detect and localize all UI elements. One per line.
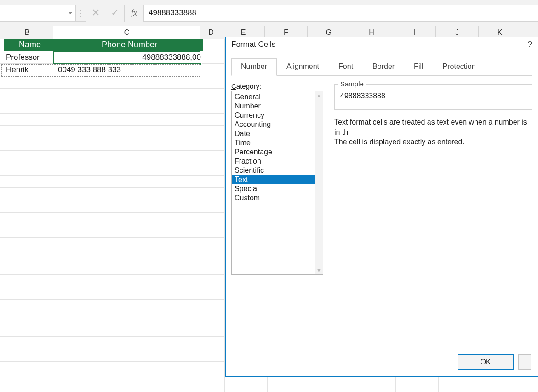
scroll-up-icon[interactable]: ▲: [316, 91, 322, 100]
list-item[interactable]: Custom: [232, 193, 315, 203]
cell-c2[interactable]: 49888333888,00: [56, 51, 203, 63]
dialog-buttons: OK: [458, 354, 531, 370]
tab-strip: Number Alignment Font Border Fill Protec…: [231, 58, 532, 76]
formula-value: 49888333888: [149, 8, 196, 17]
name-box[interactable]: [0, 5, 76, 22]
list-item[interactable]: Date: [232, 129, 315, 138]
category-listbox[interactable]: GeneralNumberCurrencyAccountingDateTimeP…: [231, 91, 323, 275]
cell-b3[interactable]: Henrik: [4, 64, 56, 76]
list-item[interactable]: General: [232, 92, 315, 102]
cell-c1[interactable]: Phone Number: [56, 39, 203, 51]
dialog-titlebar[interactable]: Format Cells ?: [226, 37, 538, 54]
cancel-icon[interactable]: ✕: [86, 5, 105, 22]
fx-icon[interactable]: fx: [125, 5, 144, 22]
tab-border[interactable]: Border: [363, 58, 404, 75]
ok-button[interactable]: OK: [458, 354, 514, 370]
dialog-title: Format Cells: [231, 40, 275, 54]
format-cells-dialog: Format Cells ? Number Alignment Font Bor…: [225, 37, 538, 377]
column-header-B[interactable]: B: [1, 26, 53, 39]
scroll-down-icon[interactable]: ▼: [316, 266, 322, 274]
help-icon[interactable]: ?: [528, 40, 532, 54]
list-item[interactable]: Special: [232, 184, 315, 193]
format-description: Text format cells are treated as text ev…: [334, 117, 532, 147]
list-item[interactable]: Fraction: [232, 157, 315, 166]
cancel-button-partial[interactable]: [518, 354, 531, 370]
formula-input[interactable]: 49888333888: [144, 5, 538, 22]
list-item[interactable]: Scientific: [232, 166, 315, 175]
list-item[interactable]: Number: [232, 102, 315, 111]
sheet-row-empty: [0, 386, 538, 392]
dialog-body: Category: GeneralNumberCurrencyAccountin…: [226, 76, 538, 275]
tab-font[interactable]: Font: [329, 58, 363, 75]
sample-label: Sample: [338, 80, 366, 88]
sample-value: 49888333888: [340, 92, 526, 100]
cell-c3[interactable]: 0049 333 888 333: [56, 64, 203, 76]
formula-bar: ⋮ ✕ ✓ fx 49888333888: [0, 0, 538, 26]
list-item[interactable]: Percentage: [232, 148, 315, 157]
cell-b2[interactable]: Professor: [4, 51, 56, 63]
column-header-C[interactable]: C: [53, 26, 200, 39]
cell-b1[interactable]: Name: [4, 39, 56, 51]
tab-protection[interactable]: Protection: [433, 58, 486, 75]
list-item[interactable]: Time: [232, 138, 315, 148]
caret-down-icon: [68, 12, 73, 14]
sample-box: Sample 49888333888: [334, 84, 532, 110]
tab-alignment[interactable]: Alignment: [277, 58, 329, 75]
list-item[interactable]: Accounting: [232, 120, 315, 129]
column-header-D[interactable]: D: [200, 26, 222, 39]
category-label: Category:: [231, 82, 323, 90]
tab-fill[interactable]: Fill: [404, 58, 433, 75]
tab-number[interactable]: Number: [231, 58, 277, 76]
scrollbar[interactable]: ▲ ▼: [315, 91, 323, 274]
accept-icon[interactable]: ✓: [105, 5, 125, 22]
list-item[interactable]: Text: [232, 175, 315, 184]
namebox-separator: ⋮: [76, 5, 86, 22]
list-item[interactable]: Currency: [232, 111, 315, 120]
